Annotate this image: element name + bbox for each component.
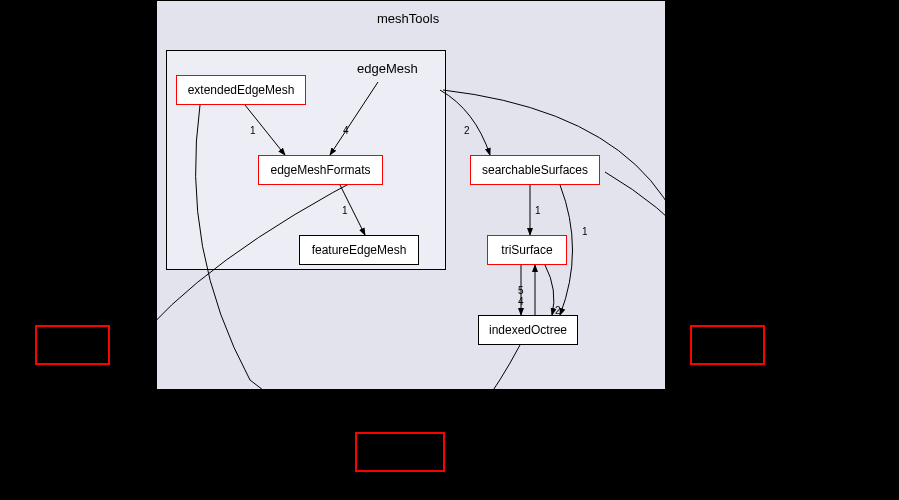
node-featureedgemesh-label: featureEdgeMesh (312, 243, 407, 257)
node-edgemeshformats[interactable]: edgeMeshFormats (258, 155, 383, 185)
edge-label-5: 1 (535, 205, 541, 216)
edge-label-6: 1 (582, 226, 588, 237)
node-extendededgemesh-label: extendedEdgeMesh (188, 83, 295, 97)
edge-label-9: 2 (555, 305, 561, 316)
node-edgemeshformats-label: edgeMeshFormats (270, 163, 370, 177)
node-hidden-right[interactable] (690, 325, 765, 365)
node-searchablesurfaces[interactable]: searchableSurfaces (470, 155, 600, 185)
node-extendededgemesh[interactable]: extendedEdgeMesh (176, 75, 306, 105)
node-indexedoctree-label: indexedOctree (489, 323, 567, 337)
edge-label-10: 1 (672, 315, 678, 326)
edge-label-1: 1 (250, 125, 256, 136)
container-edgemesh-label: edgeMesh (357, 61, 418, 76)
node-indexedoctree[interactable]: indexedOctree (478, 315, 578, 345)
container-meshtools-label: meshTools (377, 11, 439, 26)
edge-label-8: 4 (518, 296, 524, 307)
node-trisurface[interactable]: triSurface (487, 235, 567, 265)
node-searchablesurfaces-label: searchableSurfaces (482, 163, 588, 177)
node-hidden-left[interactable] (35, 325, 110, 365)
edge-label-2: 4 (343, 125, 349, 136)
edge-label-4: 1 (342, 205, 348, 216)
edge-label-3: 2 (464, 125, 470, 136)
node-trisurface-label: triSurface (501, 243, 552, 257)
edge-label-7: 5 (518, 285, 524, 296)
node-featureedgemesh[interactable]: featureEdgeMesh (299, 235, 419, 265)
node-hidden-bottom[interactable] (355, 432, 445, 472)
